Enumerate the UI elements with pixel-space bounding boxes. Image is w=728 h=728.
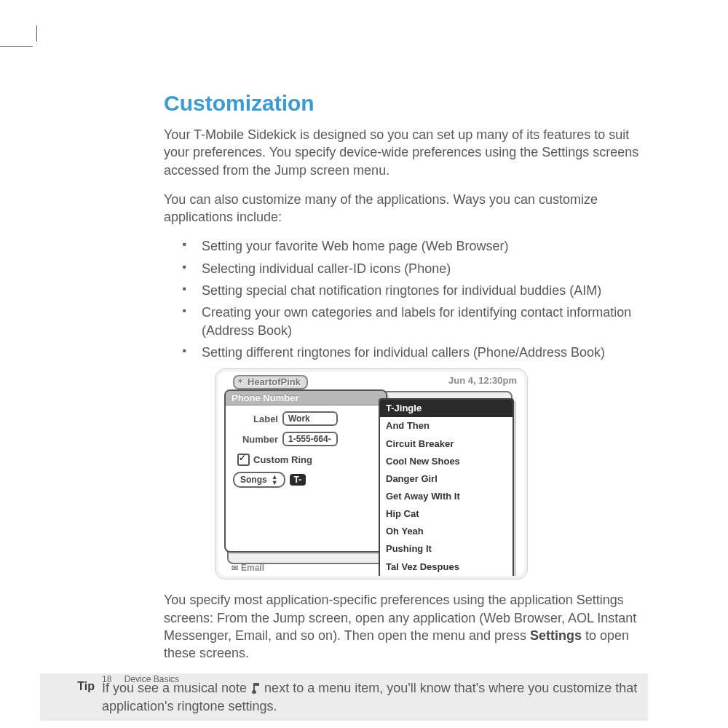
list-item: Creating your own categories and labels … <box>183 304 648 339</box>
page-body: Customization Your T-Mobile Sidekick is … <box>102 91 648 721</box>
dropdown-option[interactable]: Cool New Shoes <box>380 453 513 470</box>
intro-paragraph-2: You can also customize many of the appli… <box>164 191 648 226</box>
contact-chip: HeartofPink <box>233 375 308 389</box>
settings-paragraph: You specify most application-specific pr… <box>164 591 648 662</box>
list-item: Setting your favorite Web home page (Web… <box>183 237 648 255</box>
label-caption: Label <box>230 414 278 424</box>
intro-paragraph-1: Your T-Mobile Sidekick is designed so yo… <box>164 126 648 179</box>
status-clock: Jun 4, 12:30pm <box>448 375 517 386</box>
label-field[interactable]: Work <box>282 411 338 426</box>
stepper-arrows-icon: ▲▼ <box>272 474 278 486</box>
tip-label: Tip <box>40 679 102 693</box>
custom-ring-checkbox[interactable]: Custom Ring <box>237 454 379 466</box>
page-footer: 18 Device Basics <box>102 674 179 684</box>
dropdown-option[interactable]: Danger Girl <box>380 470 513 488</box>
tip-text: If you see a musical note next to a menu… <box>102 679 641 715</box>
dropdown-option[interactable]: Get Away With It <box>380 488 513 505</box>
dropdown-option[interactable]: Tal Vez Despues <box>380 558 513 576</box>
customize-list: Setting your favorite Web home page (Web… <box>183 237 648 361</box>
page-number: 18 <box>102 674 111 684</box>
custom-ring-label: Custom Ring <box>253 454 312 465</box>
crop-marks <box>0 25 44 47</box>
number-caption: Number <box>230 434 278 445</box>
dropdown-option[interactable]: Pushing It <box>380 540 513 558</box>
list-item: Selecting individual caller-ID icons (Ph… <box>183 260 648 277</box>
dropdown-option[interactable]: Hip Cat <box>380 505 513 523</box>
dropdown-option[interactable]: Time To Say Hello <box>380 576 513 577</box>
songs-current[interactable]: T- <box>290 474 306 486</box>
email-label: Email <box>241 563 264 573</box>
dropdown-option[interactable]: T-Jingle <box>380 400 513 417</box>
dropdown-option[interactable]: And Then <box>380 417 513 435</box>
songs-select[interactable]: Songs ▲▼ <box>233 472 285 488</box>
page-heading: Customization <box>164 91 648 116</box>
panel-title: Phone Number <box>226 391 386 405</box>
songs-select-label: Songs <box>240 475 267 485</box>
list-item: Setting special chat notification ringto… <box>183 282 648 299</box>
checkbox-icon <box>237 454 250 466</box>
device-screenshot: HeartofPink Jun 4, 12:30pm Phone Number … <box>215 368 528 579</box>
phone-number-panel: Phone Number Label Work Number 1-555-664… <box>224 389 387 553</box>
section-name: Device Basics <box>124 674 179 684</box>
list-item: Setting different ringtones for individu… <box>183 344 648 361</box>
dropdown-option[interactable]: Circuit Breaker <box>380 435 513 453</box>
email-row: Email <box>232 563 264 573</box>
number-field[interactable]: 1-555-664- <box>282 432 338 446</box>
dropdown-option[interactable]: Oh Yeah <box>380 523 513 540</box>
ringtone-dropdown[interactable]: T-Jingle And Then Circuit Breaker Cool N… <box>379 398 514 576</box>
settings-keyword: Settings <box>530 628 582 643</box>
musical-note-icon <box>252 683 259 694</box>
